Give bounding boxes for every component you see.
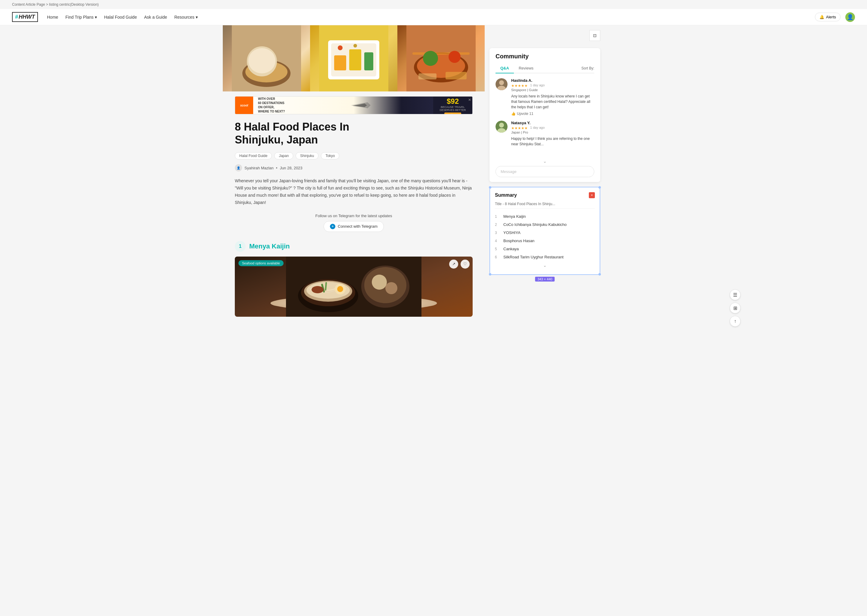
tab-reviews[interactable]: Reviews	[514, 63, 538, 73]
community-tabs: Q&A Reviews Sort By:	[495, 63, 594, 73]
svg-point-13	[338, 46, 342, 50]
restaurant-image-container: Seafood options available ↗ ♡	[235, 256, 473, 317]
author-row: 👤 Syahirah Mazlan • Jun 28, 2023	[235, 164, 473, 171]
tag-row: Halal Food Guide Japan Shinjuku Tokyo	[235, 152, 473, 159]
star-rating-2: ★★★★★	[511, 126, 528, 130]
share-icon: ↗	[452, 262, 456, 266]
telegram-label: Follow us on Telegram for the latest upd…	[235, 214, 473, 218]
svg-rect-11	[349, 49, 361, 71]
message-input[interactable]: Message	[495, 166, 594, 177]
site-logo[interactable]: #HHWT	[12, 12, 38, 22]
resize-handle-tr[interactable]	[599, 186, 601, 189]
favorite-button[interactable]: ♡	[460, 259, 470, 269]
upvote-count: Upvote 11	[517, 112, 533, 116]
summary-item-4[interactable]: 4 Bosphorus Hasan	[495, 237, 595, 245]
right-sidebar: ⊡ Community Q&A Reviews Sort By:	[485, 25, 605, 326]
layout-icon-button[interactable]: ⊡	[590, 30, 600, 41]
ad-close-button[interactable]: ✕	[468, 98, 471, 102]
ad-logo: scoot	[235, 97, 253, 114]
review-item: Haslinda A. ★★★★★ 1 day ago Singapore | …	[495, 78, 594, 116]
svg-rect-21	[418, 73, 437, 79]
tag-halal-food[interactable]: Halal Food Guide	[235, 152, 272, 159]
review-text-2: Happy to help! I think you are referring…	[511, 136, 594, 147]
summary-close-button[interactable]: ×	[589, 192, 595, 198]
svg-point-38	[499, 80, 504, 85]
ad-headline: WITH OVER 60 DESTINATIONS ON OFFER, WHER…	[253, 96, 290, 114]
community-header: Community Q&A Reviews Sort By:	[490, 48, 600, 73]
svg-rect-18	[412, 52, 470, 55]
seafood-badge: Seafood options available	[238, 260, 284, 266]
svg-point-14	[353, 44, 357, 47]
resize-handle-br[interactable]	[599, 273, 601, 275]
reviewer-name-1: Haslinda A.	[511, 78, 594, 83]
nav-ask-guide[interactable]: Ask a Guide	[144, 15, 167, 20]
summary-header: Summary ×	[495, 192, 595, 198]
summary-item-3[interactable]: 3 YOSHIYA	[495, 229, 595, 237]
summary-collapse-button[interactable]: ⌄	[495, 261, 595, 269]
tab-qa[interactable]: Q&A	[495, 63, 514, 73]
list-view-button[interactable]: ☰	[730, 289, 741, 300]
author-name: Syahirah Mazlan	[244, 166, 274, 170]
airplane-icon	[350, 99, 374, 111]
hero-images	[223, 25, 485, 91]
nav-trip-plans[interactable]: Find Trip Plans ▾	[65, 15, 97, 20]
breadcrumb: Content Article Page > listing centric(D…	[0, 0, 867, 9]
list-icon: ☰	[733, 292, 737, 298]
svg-point-35	[372, 275, 387, 290]
restaurant-number: 1	[235, 241, 246, 252]
summary-item-1[interactable]: 1 Menya Kaijin	[495, 212, 595, 220]
article-title: 8 Halal Food Places In Shinjuku, Japan	[235, 120, 473, 146]
reviewer-avatar-1	[495, 78, 508, 90]
alerts-button[interactable]: 🔔 Alerts	[815, 13, 840, 21]
review-item-2: Natasya Y. ★★★★★ 1 day ago Japan | Pro H…	[495, 121, 594, 147]
tag-shinjuku[interactable]: Shinjuku	[296, 152, 318, 159]
summary-article-title: Title - 8 Halal Food Places In Shinju...	[495, 202, 595, 209]
nav-resources[interactable]: Resources ▾	[174, 15, 198, 20]
review-time-2: 1 day ago	[530, 126, 545, 129]
resize-handle-bl[interactable]	[489, 273, 491, 275]
main-content: scoot WITH OVER 60 DESTINATIONS ON OFFER…	[223, 25, 485, 326]
floating-tools: ☰ ⊞ ↑	[730, 289, 741, 326]
review-list: Haslinda A. ★★★★★ 1 day ago Singapore | …	[490, 73, 600, 156]
nav-halal-food[interactable]: Halal Food Guide	[104, 15, 137, 20]
chevron-down-icon: ⌄	[543, 159, 547, 163]
community-panel: Community Q&A Reviews Sort By:	[490, 48, 600, 182]
ad-book-button[interactable]: Book now	[445, 113, 461, 115]
tag-japan[interactable]: Japan	[274, 152, 293, 159]
summary-item-6[interactable]: 6 SilkRoad Tarim Uyghur Restaurant	[495, 253, 595, 261]
nav-links: Home Find Trip Plans ▾ Halal Food Guide …	[47, 15, 806, 20]
svg-point-41	[499, 123, 504, 127]
reviewer-name-2: Natasya Y.	[511, 121, 594, 125]
review-text-1: Any locals here in Shinjuku know where I…	[511, 94, 594, 110]
table-view-button[interactable]: ⊞	[730, 303, 741, 313]
summary-size-badge: 343 × 440	[535, 277, 555, 281]
review-time-1: 1 day ago	[530, 83, 545, 87]
upvote-row: 👍 Upvote 11	[511, 112, 594, 116]
page-layout: scoot WITH OVER 60 DESTINATIONS ON OFFER…	[223, 25, 644, 326]
summary-item-2[interactable]: 2 CoCo Ichibanya Shinjuku Kabukicho	[495, 220, 595, 229]
summary-item-5[interactable]: 5 Cankaya	[495, 245, 595, 253]
scroll-top-button[interactable]: ↑	[730, 316, 741, 326]
user-avatar[interactable]: 👤	[845, 13, 855, 22]
summary-panel: Summary × Title - 8 Halal Food Places In…	[490, 187, 600, 275]
chevron-down-icon: ⌄	[543, 263, 547, 268]
resize-handle-tl[interactable]	[489, 186, 491, 189]
svg-point-4	[248, 48, 276, 73]
chevron-down-icon: ▾	[195, 15, 198, 20]
collapse-reviews-button[interactable]: ⌄	[490, 156, 600, 166]
review-content-1: Haslinda A. ★★★★★ 1 day ago Singapore | …	[511, 78, 594, 116]
hero-image-3	[397, 25, 485, 91]
bell-icon: 🔔	[820, 15, 824, 19]
share-button[interactable]: ↗	[449, 259, 458, 269]
community-title: Community	[495, 53, 594, 60]
grid-icon: ⊡	[593, 33, 597, 38]
nav-home[interactable]: Home	[47, 15, 58, 20]
telegram-icon: ✈	[330, 224, 335, 229]
upvote-button[interactable]: 👍 Upvote 11	[511, 112, 533, 116]
tag-tokyo[interactable]: Tokyo	[321, 152, 339, 159]
summary-list: 1 Menya Kaijin 2 CoCo Ichibanya Shinjuku…	[495, 212, 595, 261]
telegram-connect-button[interactable]: ✈ Connect with Telegram	[324, 221, 384, 232]
svg-rect-10	[334, 55, 346, 71]
svg-point-19	[423, 51, 438, 66]
review-content-2: Natasya Y. ★★★★★ 1 day ago Japan | Pro H…	[511, 121, 594, 147]
